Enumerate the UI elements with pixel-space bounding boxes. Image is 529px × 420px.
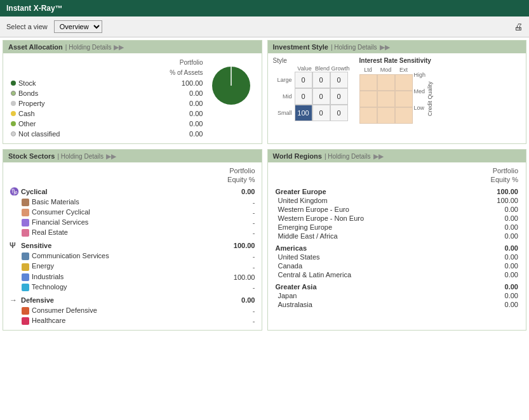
sensitive-icon: Ψ [10,240,18,249]
cyclical-icon: ♑ [10,187,18,195]
sector-section-cyclical: ♑ Cyclical 0.00 [8,184,257,197]
asset-cash-label: Cash [18,110,35,117]
table-row: Stock 100.00 [10,79,204,88]
svg-rect-13 [22,307,29,315]
view-select[interactable]: Overview Details [54,20,102,33]
irs-y-label-med: Med [414,83,426,100]
asset-allocation-arrows: ▶▶ [114,44,124,51]
svg-rect-6 [22,229,29,237]
print-icon[interactable]: 🖨 [514,22,523,32]
consumer-cyclical-label: Consumer Cyclical [32,208,90,216]
list-item: Consumer Cyclical - [8,207,257,218]
style-y-label-small: Small [273,105,293,121]
svg-rect-5 [22,219,29,226]
sector-section-defensive: → Defensive 0.00 [8,292,257,306]
comm-services-label: Communication Services [32,252,109,259]
we-euro-value: 0.00 [457,205,521,214]
financial-services-icon [21,218,30,227]
list-item: United States 0.00 [273,253,521,261]
style-cell-1-2: 0 [330,88,348,105]
asset-col-header2: % of Assets [122,69,204,77]
basic-materials-icon [21,198,30,207]
list-item: Western Europe - Euro 0.00 [273,205,521,214]
greater-europe-label: Greater Europe [273,184,457,196]
list-item: Central & Latin America 0.00 [273,270,521,279]
healthcare-icon [21,317,30,325]
world-regions-body: Portfolio Equity % Greater Europe 100.00… [268,162,526,313]
world-regions-header: World Regions | Holding Details ▶▶ [268,150,526,162]
list-item: Japan 0.00 [273,291,521,300]
app-title: Instant X-Ray™ [6,4,63,13]
real-estate-icon [21,228,30,237]
select-bar: Select a view Overview Details 🖨 [0,16,529,37]
asset-allocation-header: Asset Allocation | Holding Details ▶▶ [3,41,262,53]
pie-chart [206,57,257,108]
irs-cell-1-0 [359,91,377,107]
investment-style-body: Style Value Blend Growth Large Mi [268,53,526,128]
stock-sectors-holding-details[interactable]: | Holding Details [57,153,104,160]
world-regions-arrows: ▶▶ [373,153,384,160]
australasia-value: 0.00 [457,300,521,309]
irs-cell-2-2 [395,107,413,124]
sector-section-sensitive: Ψ Sensitive 100.00 [8,238,257,251]
style-cell-0-2: 0 [330,72,348,88]
asset-bonds-value: 0.00 [122,89,204,98]
list-item: Canada 0.00 [273,261,521,270]
sensitive-value: 100.00 [198,238,257,251]
list-item: Middle East / Africa 0.00 [273,232,521,240]
uk-label: United Kingdom [273,196,457,205]
irs-cell-2-1 [377,107,395,124]
cyclical-label: Cyclical [20,184,198,197]
style-y-label-mid: Mid [273,88,293,105]
irs-cell-1-2 [395,91,413,107]
irs-cell-0-0 [359,74,377,91]
asset-cash-value: 0.00 [122,109,204,118]
asset-allocation-panel: Asset Allocation | Holding Details ▶▶ Po… [3,40,262,144]
investment-style-title: Investment Style [273,43,328,51]
style-cell-2-2: 0 [330,105,348,121]
world-regions-title: World Regions [273,152,322,160]
irs-x-label-ext: Ext [395,67,413,73]
irs-grid [359,74,413,124]
investment-style-holding-details[interactable]: | Holding Details [331,44,377,51]
style-x-label-blend: Blend [314,65,331,72]
list-item: Financial Services - [8,218,257,228]
technology-label: Technology [32,283,67,291]
world-regions-holding-details[interactable]: | Holding Details [325,153,371,160]
style-y-label-large: Large [273,72,293,88]
list-item: Industrials 100.00 [8,272,257,282]
cyclical-value: 0.00 [198,184,257,197]
style-matrix: Style Value Blend Growth Large Mi [273,57,349,124]
canada-value: 0.00 [457,261,521,270]
consumer-defensive-label: Consumer Defensive [32,306,97,314]
we-noneuro-value: 0.00 [457,214,521,223]
list-item: Emerging Europe 0.00 [273,223,521,232]
style-cell-2-0: 100 [295,105,312,121]
japan-value: 0.00 [457,291,521,300]
asset-allocation-holding-details[interactable]: | Holding Details [65,44,112,51]
australasia-label: Australasia [273,300,457,309]
consumer-defensive-icon [21,306,30,315]
asset-allocation-body: Portfolio % of Assets Stock 100.00 Bonds [3,53,262,143]
emerging-europe-value: 0.00 [457,223,521,232]
regions-col-header1: Portfolio [457,166,521,175]
irs-cell-1-1 [377,91,395,107]
greater-europe-value: 100.00 [457,184,521,196]
svg-rect-3 [22,199,29,206]
svg-rect-14 [22,317,29,325]
americas-value: 0.00 [457,240,521,253]
svg-text:Ψ: Ψ [10,241,16,249]
table-row: Property 0.00 [10,99,204,108]
style-cell-0-0: 0 [295,72,312,88]
investment-style-header: Investment Style | Holding Details ▶▶ [268,41,526,53]
energy-value: - [198,261,257,272]
stock-sectors-panel: Stock Sectors | Holding Details ▶▶ Portf… [3,149,262,331]
irs-x-label-ltd: Ltd [359,67,377,73]
real-estate-label: Real Estate [32,228,68,236]
central-latin-value: 0.00 [457,270,521,279]
asset-other-label: Other [18,120,36,128]
healthcare-label: Healthcare [32,317,65,324]
technology-icon [21,283,30,292]
investment-style-panel: Investment Style | Holding Details ▶▶ St… [267,40,527,144]
irs-cell-0-1 [377,74,395,91]
